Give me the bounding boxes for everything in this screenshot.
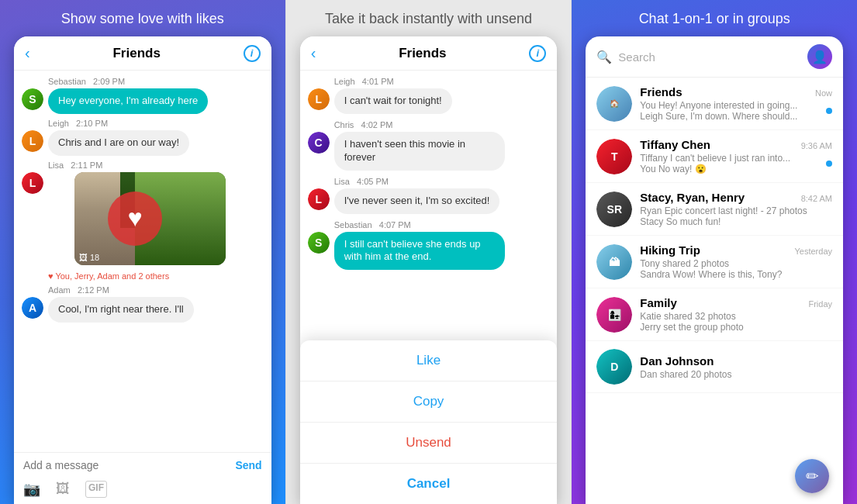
msg-time-lisa: Lisa 2:11 PM [22,161,264,170]
chatlist-line2-family: Jerry set the group photo [640,322,832,333]
msg2-time-sebastian: Sebastian 4:07 PM [308,220,550,230]
chatlist-name-hiking: Hiking Trip [640,243,700,257]
heart-overlay[interactable] [108,192,162,246]
msg2-avatar-leigh: L I can't wait for tonight! [308,88,550,114]
unread-dot-friends [826,108,832,114]
chatlist-preview-friends: You Hey! Anyone interested in going... L… [640,100,832,122]
photo-icon[interactable]: 🖼 [56,481,70,498]
back-icon-2[interactable]: ‹ [311,44,316,62]
unread-dot-tiffany [826,161,832,167]
msg-row-lisa: Lisa 2:11 PM L [22,161,264,265]
msg2-avatar-lisa: L I've never seen it, I'm so excited! [308,188,550,214]
panel-likes: Show some love with likes ‹ Friends i Se… [0,0,285,504]
chatlist-preview-dan: Dan shared 20 photos [640,369,832,380]
chatlist-content-family: Family Friday Katie shared 32 photos Jer… [640,296,832,333]
chatlist-time-stacy: 8:42 AM [801,194,832,203]
avatar-lisa: L [22,172,43,194]
msg2-time-lisa: Lisa 4:05 PM [308,177,550,186]
search-input[interactable]: Search [618,50,801,64]
avatar-sebastian: S [22,88,43,110]
bubble2-sebastian: I still can't believe she ends up with h… [334,232,505,271]
context-unsend[interactable]: Unsend [300,423,558,464]
chatlist-name-friends: Friends [640,85,682,98]
chatlist-line1-stacy: Ryan Epic concert last night! - 27 photo… [640,205,832,216]
avatar-hiking: 🏔 [596,244,632,280]
chat-item-friends[interactable]: 🏠 Friends Now You Hey! Anyone interested… [586,78,843,130]
profile-icon[interactable]: 👤 [807,44,832,69]
msg-row-sebastian: Sebastian 2:09 PM S Hey everyone, I'm al… [22,77,264,114]
chatlist-line1-hiking: Tony shared 2 photos [640,258,832,269]
send-button[interactable]: Send [235,459,261,471]
avatar2-leigh: L [308,88,330,110]
bubble-adam: Cool, I'm right near there. I'll [48,297,194,323]
chatlist-name-row-friends: Friends Now [640,85,832,98]
chatlist-name-row-stacy: Stacy, Ryan, Henry 8:42 AM [640,191,832,204]
avatar2-chris: C [308,132,330,154]
msg-avatar-row-adam: A Cool, I'm right near there. I'll [22,297,264,323]
chatlist-name-row-hiking: Hiking Trip Yesterday [640,243,832,257]
chat-item-tiffany[interactable]: T Tiffany Chen 9:36 AM Tiffany I can't b… [586,130,843,183]
info-icon-1[interactable]: i [244,45,261,62]
chat-item-family[interactable]: 👩‍👧 Family Friday Katie shared 32 photos… [586,288,843,341]
chatlist-content-hiking: Hiking Trip Yesterday Tony shared 2 phot… [640,243,832,280]
camera-icon[interactable]: 📷 [23,481,40,498]
panel1-phone: ‹ Friends i Sebastian 2:09 PM S Hey ever… [14,36,271,504]
chatlist-name-row-family: Family Friday [640,296,832,309]
chatlist-content-friends: Friends Now You Hey! Anyone interested i… [640,85,832,122]
chatlist-time-family: Friday [808,299,832,309]
search-bar: 🔍 Search 👤 [586,36,843,78]
avatar2-lisa: L [308,188,330,210]
chatlist-name-tiffany: Tiffany Chen [640,138,710,151]
context-cancel[interactable]: Cancel [300,464,558,504]
chatlist-line1-dan: Dan shared 20 photos [640,369,832,380]
chatlist-line2-stacy: Stacy So much fun! [640,216,832,227]
chat-input-bar: Send [14,452,271,478]
chat-list: 🏠 Friends Now You Hey! Anyone interested… [586,78,843,504]
gif-icon[interactable]: GIF [85,481,107,498]
chatlist-name-dan: Dan Johnson [640,354,714,368]
compose-fab[interactable]: ✏ [795,459,829,493]
msg2-chris: Chris 4:02 PM C I haven't seen this movi… [308,120,550,171]
back-icon-1[interactable]: ‹ [25,44,30,62]
chatlist-content-dan: Dan Johnson Dan shared 20 photos [640,354,832,380]
avatar-dan: D [596,349,632,385]
chatlist-time-tiffany: 9:36 AM [801,141,832,150]
chatlist-line1-tiffany: Tiffany I can't believe I just ran into.… [640,153,823,164]
msg2-leigh: Leigh 4:01 PM L I can't wait for tonight… [308,77,550,114]
chat-item-dan[interactable]: D Dan Johnson Dan shared 20 photos [586,341,843,393]
chatlist-line2-hiking: Sandra Wow! Where is this, Tony? [640,269,832,280]
chat-item-hiking[interactable]: 🏔 Hiking Trip Yesterday Tony shared 2 ph… [586,236,843,288]
avatar-friends: 🏠 [596,86,632,122]
chatlist-content-tiffany: Tiffany Chen 9:36 AM Tiffany I can't bel… [640,138,832,174]
msg2-avatar-chris: C I haven't seen this movie in forever [308,132,550,171]
panel2-phone: ‹ Friends i Leigh 4:01 PM L I can't wait… [300,36,558,504]
info-icon-2[interactable]: i [529,45,546,62]
msg-row-adam: Adam 2:12 PM A Cool, I'm right near ther… [22,285,264,323]
chat-title-1: Friends [112,46,160,61]
msg-time-leigh: Leigh 2:10 PM [22,119,264,128]
bubble-sebastian: Hey everyone, I'm already here [48,88,208,114]
chat-image-count: 🖼 18 [79,253,99,262]
chatlist-preview-hiking: Tony shared 2 photos Sandra Wow! Where i… [640,258,832,280]
chatlist-name-row-tiffany: Tiffany Chen 9:36 AM [640,138,832,151]
chatlist-content-stacy: Stacy, Ryan, Henry 8:42 AM Ryan Epic con… [640,191,832,227]
msg2-time-leigh: Leigh 4:01 PM [308,77,550,86]
chat-item-stacy[interactable]: SR Stacy, Ryan, Henry 8:42 AM Ryan Epic … [586,183,843,236]
chat-input[interactable] [23,459,229,471]
chat-image[interactable]: 🖼 18 [74,172,226,265]
chatlist-preview-tiffany: Tiffany I can't believe I just ran into.… [640,153,832,174]
msg-avatar-row-leigh: L Chris and I are on our way! [22,130,264,156]
panel2-heading: Take it back instantly with unsend [286,0,572,36]
panel3-phone: 🔍 Search 👤 🏠 Friends Now [586,36,843,504]
avatar-family: 👩‍👧 [596,297,632,333]
bubble2-lisa: I've never seen it, I'm so excited! [334,188,500,214]
chat-header-2: ‹ Friends i [300,36,558,71]
context-like[interactable]: Like [300,340,558,381]
chatlist-name-stacy: Stacy, Ryan, Henry [640,191,745,204]
chat-header-1: ‹ Friends i [14,36,271,71]
chatlist-name-row-dan: Dan Johnson [640,354,832,368]
avatar2-sebastian: S [308,232,330,254]
panel-chatlist: Chat 1-on-1 or in groups 🔍 Search 👤 🏠 Fr [572,0,857,504]
context-copy[interactable]: Copy [300,381,558,423]
chat-title-2: Friends [399,46,446,61]
